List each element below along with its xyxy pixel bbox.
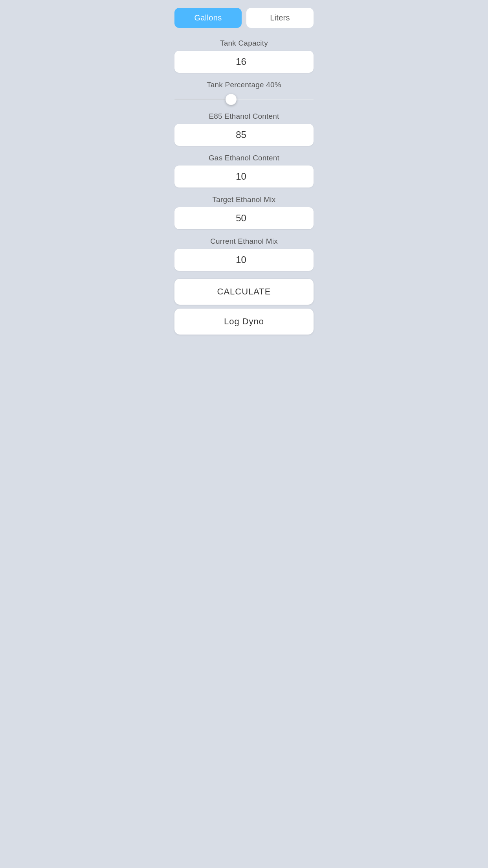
- e85-ethanol-section: E85 Ethanol Content: [174, 108, 314, 150]
- gas-ethanol-section: Gas Ethanol Content: [174, 150, 314, 191]
- gallons-button[interactable]: Gallons: [174, 8, 242, 28]
- target-ethanol-section: Target Ethanol Mix: [174, 191, 314, 233]
- tank-capacity-label: Tank Capacity: [174, 39, 314, 48]
- tank-percentage-slider[interactable]: [174, 99, 314, 100]
- slider-container: [174, 92, 314, 108]
- e85-ethanol-label: E85 Ethanol Content: [174, 112, 314, 121]
- calculate-button[interactable]: CALCULATE: [174, 279, 314, 305]
- gas-ethanol-input[interactable]: [174, 166, 314, 188]
- unit-toggle: Gallons Liters: [174, 8, 314, 28]
- current-ethanol-input[interactable]: [174, 249, 314, 271]
- current-ethanol-section: Current Ethanol Mix: [174, 233, 314, 275]
- tank-capacity-input[interactable]: [174, 51, 314, 73]
- gas-ethanol-label: Gas Ethanol Content: [174, 154, 314, 162]
- tank-capacity-section: Tank Capacity: [174, 35, 314, 77]
- target-ethanol-label: Target Ethanol Mix: [174, 195, 314, 204]
- current-ethanol-label: Current Ethanol Mix: [174, 237, 314, 246]
- tank-percentage-section: Tank Percentage 40%: [174, 77, 314, 108]
- target-ethanol-input[interactable]: [174, 207, 314, 229]
- app-container: Gallons Liters Tank Capacity Tank Percen…: [163, 0, 325, 346]
- liters-button[interactable]: Liters: [246, 8, 314, 28]
- e85-ethanol-input[interactable]: [174, 124, 314, 146]
- tank-percentage-label: Tank Percentage 40%: [174, 81, 314, 89]
- log-dyno-button[interactable]: Log Dyno: [174, 309, 314, 335]
